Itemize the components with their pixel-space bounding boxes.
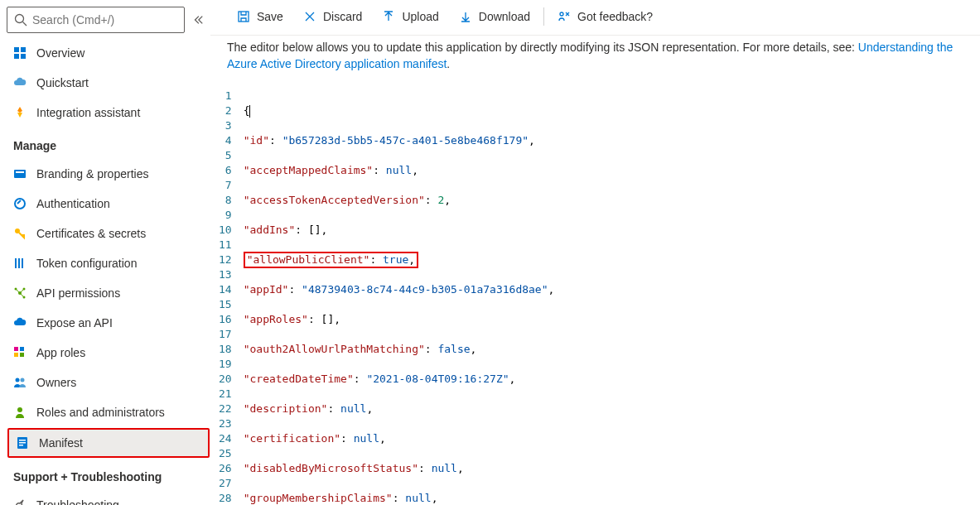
manifest-icon xyxy=(16,436,29,450)
svg-rect-25 xyxy=(19,440,26,441)
sidebar-item-label: Branding & properties xyxy=(36,167,148,180)
sidebar-item-label: API permissions xyxy=(36,286,120,300)
auth-icon xyxy=(13,197,27,210)
svg-rect-7 xyxy=(16,171,24,173)
svg-rect-10 xyxy=(15,258,17,268)
svg-rect-26 xyxy=(19,442,26,444)
sidebar-item-owners[interactable]: Owners xyxy=(7,368,210,397)
sidebar-item-troubleshooting[interactable]: Troubleshooting xyxy=(7,490,210,505)
search-box[interactable] xyxy=(7,7,185,33)
svg-rect-4 xyxy=(14,54,19,59)
toolbar: Save Discard Upload Download Got feedbac… xyxy=(210,0,980,33)
svg-rect-11 xyxy=(18,258,20,268)
sidebar-item-rolesadmin[interactable]: Roles and administrators xyxy=(7,397,210,427)
svg-point-30 xyxy=(560,12,563,16)
sidebar-item-auth[interactable]: Authentication xyxy=(7,189,210,219)
sidebar-item-label: Manifest xyxy=(39,436,83,450)
upload-button[interactable]: Upload xyxy=(372,0,448,33)
sidebar-item-label: Certificates & secrets xyxy=(36,227,146,240)
description-text: The editor below allows you to update th… xyxy=(227,41,858,54)
svg-rect-3 xyxy=(21,47,26,52)
sidebar-item-manifest[interactable]: Manifest xyxy=(7,428,210,458)
sidebar-item-label: Roles and administrators xyxy=(36,406,165,419)
upload-label: Upload xyxy=(402,10,438,23)
sidebar-item-label: Authentication xyxy=(36,197,110,210)
sidebar-item-label: App roles xyxy=(36,346,85,359)
search-input[interactable] xyxy=(32,13,177,26)
sidebar: Overview Quickstart Integration assistan… xyxy=(0,0,210,505)
content: The editor below allows you to update th… xyxy=(210,35,980,82)
sidebar-item-api[interactable]: API permissions xyxy=(7,278,210,308)
sidebar-item-overview[interactable]: Overview xyxy=(7,38,210,68)
svg-point-22 xyxy=(21,378,25,382)
svg-line-1 xyxy=(23,22,27,26)
svg-point-0 xyxy=(16,15,24,23)
svg-rect-18 xyxy=(20,347,24,351)
description: The editor below allows you to update th… xyxy=(227,39,963,72)
cloud-api-icon xyxy=(13,316,27,329)
discard-icon xyxy=(303,10,316,23)
sidebar-item-branding[interactable]: Branding & properties xyxy=(7,159,210,189)
save-icon xyxy=(237,10,250,23)
save-label: Save xyxy=(257,10,283,23)
svg-point-23 xyxy=(17,407,22,412)
people-icon xyxy=(13,376,27,389)
sidebar-item-certs[interactable]: Certificates & secrets xyxy=(7,219,210,248)
sidebar-item-approles[interactable]: App roles xyxy=(7,338,210,368)
section-manage: Manage xyxy=(7,127,210,159)
download-label: Download xyxy=(479,10,530,23)
sidebar-item-label: Quickstart xyxy=(36,76,89,89)
svg-rect-2 xyxy=(14,47,19,52)
toolbar-separator xyxy=(543,7,544,26)
sidebar-item-label: Owners xyxy=(36,376,76,389)
wrench-icon xyxy=(13,498,27,505)
api-icon xyxy=(13,286,27,300)
rocket-icon xyxy=(13,106,27,119)
cloud-icon xyxy=(13,76,27,89)
sidebar-item-token[interactable]: Token configuration xyxy=(7,248,210,278)
sidebar-item-label: Token configuration xyxy=(36,257,137,270)
token-icon xyxy=(13,257,27,270)
section-support: Support + Troubleshooting xyxy=(7,459,210,490)
sidebar-item-expose[interactable]: Expose an API xyxy=(7,308,210,338)
sidebar-item-integration[interactable]: Integration assistant xyxy=(7,98,210,127)
upload-icon xyxy=(382,10,395,23)
feedback-label: Got feedback? xyxy=(577,10,653,23)
sidebar-item-label: Overview xyxy=(36,46,84,60)
sidebar-item-label: Integration assistant xyxy=(36,106,140,119)
svg-rect-27 xyxy=(19,445,23,446)
svg-rect-20 xyxy=(20,353,24,357)
svg-rect-5 xyxy=(21,54,26,59)
branding-icon xyxy=(13,167,27,180)
grid-icon xyxy=(13,46,27,60)
download-icon xyxy=(459,10,472,23)
line-gutter: 1234567891011121314151617181920212223242… xyxy=(210,89,244,505)
main-pane: Save Discard Upload Download Got feedbac… xyxy=(210,0,980,505)
key-icon xyxy=(13,227,27,240)
svg-rect-29 xyxy=(239,12,249,22)
highlighted-line: "allowPublicClient": true, xyxy=(244,252,419,268)
sidebar-item-label: Expose an API xyxy=(36,316,113,329)
discard-label: Discard xyxy=(323,10,362,23)
feedback-button[interactable]: Got feedback? xyxy=(548,0,663,33)
search-icon xyxy=(14,13,27,26)
feedback-icon xyxy=(558,10,571,23)
sidebar-item-label: Troubleshooting xyxy=(36,498,119,505)
code-area[interactable]: { "id": "b657283d-5bb5-457c-a401-5e8be46… xyxy=(244,89,980,505)
approles-icon xyxy=(13,346,27,359)
json-editor[interactable]: 1234567891011121314151617181920212223242… xyxy=(210,89,980,505)
svg-point-21 xyxy=(16,378,20,382)
admin-icon xyxy=(13,406,27,419)
svg-rect-17 xyxy=(14,347,18,351)
sidebar-item-quickstart[interactable]: Quickstart xyxy=(7,68,210,98)
svg-rect-6 xyxy=(14,170,26,178)
svg-rect-19 xyxy=(14,353,18,357)
download-button[interactable]: Download xyxy=(449,0,540,33)
description-post: . xyxy=(447,57,450,70)
svg-rect-12 xyxy=(22,258,23,268)
save-button[interactable]: Save xyxy=(227,0,293,33)
collapse-sidebar-button[interactable] xyxy=(191,12,204,28)
discard-button[interactable]: Discard xyxy=(293,0,372,33)
